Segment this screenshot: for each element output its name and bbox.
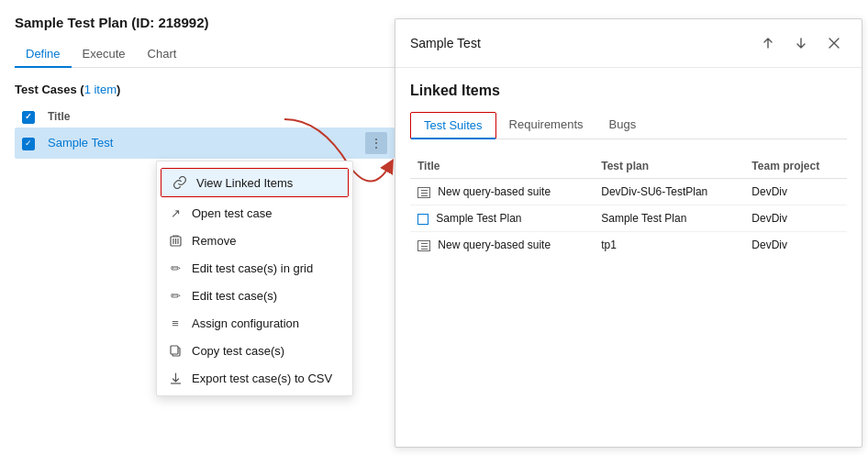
- menu-label-export: Export test case(s) to CSV: [192, 372, 332, 385]
- table-row: New query-based suite DevDiv-SU6-TestPla…: [410, 179, 847, 205]
- arrow-icon: ↗: [168, 205, 183, 220]
- right-panel-title: Sample Test: [410, 36, 755, 50]
- menu-label-remove: Remove: [192, 234, 236, 248]
- query-suite-icon: [417, 187, 430, 198]
- test-suites-tab-wrapper: Test Suites: [410, 112, 496, 139]
- section-title: Test Cases (1 item): [15, 83, 395, 96]
- menu-item-remove[interactable]: Remove: [157, 227, 352, 254]
- move-up-button[interactable]: [755, 30, 781, 56]
- table-row: New query-based suite tp1 DevDiv: [410, 232, 847, 259]
- right-panel-body: Linked Items Test Suites Requirements Bu…: [395, 68, 862, 272]
- col-title: Title: [410, 154, 594, 179]
- left-panel: Sample Test Plan (ID: 218992) Define Exe…: [0, 0, 395, 466]
- tab-execute[interactable]: Execute: [72, 41, 137, 68]
- move-down-button[interactable]: [788, 30, 814, 56]
- download-icon: [168, 371, 183, 385]
- list-icon: ≡: [168, 316, 183, 330]
- menu-item-export[interactable]: Export test case(s) to CSV: [157, 364, 352, 392]
- header-checkbox-box[interactable]: [22, 111, 35, 124]
- view-linked-item-wrapper: View Linked Items: [161, 168, 349, 197]
- tab-test-suites[interactable]: Test Suites: [411, 113, 495, 139]
- right-panel: Sample Test Linked Items: [395, 18, 862, 448]
- linked-items-table: Title Test plan Team project New query-b…: [410, 154, 847, 258]
- trash-icon: [168, 233, 183, 248]
- linked-items-title: Linked Items: [410, 83, 847, 99]
- tab-requirements[interactable]: Requirements: [496, 112, 596, 139]
- row-teamproject-2: DevDiv: [744, 232, 847, 259]
- row-testplan-1: Sample Test Plan: [594, 205, 744, 232]
- page-title: Sample Test Plan (ID: 218992): [15, 15, 395, 30]
- context-menu: View Linked Items ↗ Open test case Remov…: [156, 161, 353, 396]
- table-row: Sample Test Plan Sample Test Plan DevDiv: [410, 205, 847, 232]
- link-icon: [172, 175, 187, 190]
- row-teamproject-0: DevDiv: [744, 179, 847, 205]
- list-header: Title: [15, 105, 395, 128]
- tab-bugs[interactable]: Bugs: [596, 112, 650, 139]
- menu-label-view-linked: View Linked Items: [196, 176, 293, 190]
- pencil-icon: ✏: [168, 288, 183, 303]
- more-button[interactable]: ⋮: [365, 132, 387, 154]
- col-team-project: Team project: [744, 154, 847, 179]
- row-title-0: New query-based suite: [410, 179, 594, 205]
- tab-chart[interactable]: Chart: [137, 41, 188, 68]
- item-label[interactable]: Sample Test: [48, 136, 365, 150]
- row-testplan-2: tp1: [594, 232, 744, 259]
- test-cases-list: Title Sample Test ⋮: [15, 105, 395, 159]
- main-tabs: Define Execute Chart: [15, 41, 395, 68]
- menu-item-edit-grid[interactable]: ✏ Edit test case(s) in grid: [157, 254, 352, 282]
- pencil-grid-icon: ✏: [168, 261, 183, 275]
- menu-item-assign-config[interactable]: ≡ Assign configuration: [157, 309, 352, 337]
- menu-label-edit-cases: Edit test case(s): [192, 289, 277, 303]
- item-checkbox-box[interactable]: [22, 138, 35, 150]
- tab-define[interactable]: Define: [15, 41, 72, 68]
- title-column-header: Title: [48, 110, 70, 123]
- menu-label-assign-config: Assign configuration: [192, 316, 299, 330]
- close-button[interactable]: [821, 30, 847, 56]
- menu-item-copy[interactable]: Copy test case(s): [157, 337, 352, 364]
- menu-item-open-test[interactable]: ↗ Open test case: [157, 199, 352, 227]
- col-test-plan: Test plan: [594, 154, 744, 179]
- menu-item-edit-cases[interactable]: ✏ Edit test case(s): [157, 282, 352, 309]
- menu-label-edit-grid: Edit test case(s) in grid: [192, 261, 313, 275]
- menu-item-view-linked[interactable]: View Linked Items: [161, 169, 348, 196]
- row-title-1: Sample Test Plan: [410, 205, 594, 232]
- row-teamproject-1: DevDiv: [744, 205, 847, 232]
- list-item[interactable]: Sample Test ⋮: [15, 128, 395, 159]
- right-panel-header: Sample Test: [395, 19, 862, 68]
- row-testplan-0: DevDiv-SU6-TestPlan: [594, 179, 744, 205]
- linked-tabs: Test Suites Requirements Bugs: [410, 112, 847, 139]
- copy-icon: [168, 343, 183, 358]
- item-checkbox[interactable]: [22, 135, 40, 150]
- menu-label-copy: Copy test case(s): [192, 344, 284, 358]
- query-suite-icon-2: [417, 240, 430, 251]
- menu-label-open-test: Open test case: [192, 206, 272, 220]
- svg-rect-5: [171, 346, 178, 354]
- header-checkbox[interactable]: [22, 109, 40, 124]
- row-title-2: New query-based suite: [410, 232, 594, 259]
- header-actions: [755, 30, 847, 56]
- static-suite-icon: [417, 214, 428, 225]
